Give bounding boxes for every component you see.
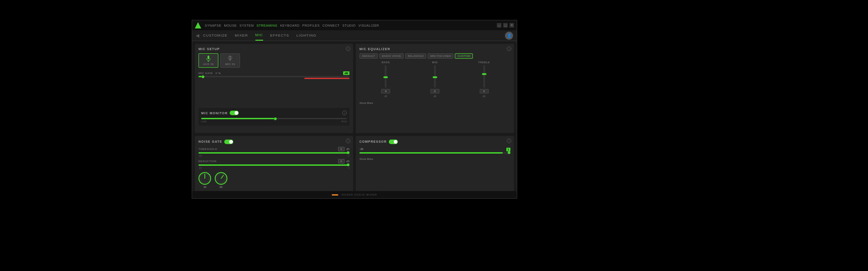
threshold-slider-container xyxy=(198,152,349,154)
compressor-info-icon[interactable]: i xyxy=(507,139,511,143)
mic-gain-label-row: MIC GAIN 0 % dB xyxy=(198,71,349,75)
compressor-show-more[interactable]: Show More xyxy=(359,158,373,160)
compressor-slider-row: -38 1 xyxy=(359,148,510,154)
nav-studio[interactable]: STUDIO xyxy=(342,24,355,27)
noise-gate-info-icon[interactable]: i xyxy=(346,139,350,143)
dial-1-container: 10 xyxy=(198,172,211,188)
preset-mid-focused[interactable]: MID FOCUSED xyxy=(428,53,453,59)
nav-keyboard[interactable]: KEYBOARD xyxy=(280,24,300,27)
tab-lighting[interactable]: LIGHTING xyxy=(297,30,316,41)
mic-setup-info-icon[interactable]: i xyxy=(346,47,350,51)
mic-in-button[interactable]: MIC IN xyxy=(220,53,240,68)
mic-gain-label: MIC GAIN 0 % xyxy=(198,72,221,75)
mic-monitor-info-icon[interactable]: i xyxy=(342,111,347,115)
main-content: MIC SETUP i AUX IN xyxy=(192,41,517,198)
preset-default[interactable]: DEFAULT xyxy=(359,53,378,59)
eq-bass-label: BASS xyxy=(382,61,390,64)
reduction-label: REDUCTION xyxy=(198,160,219,163)
reduction-track xyxy=(198,164,349,166)
svg-rect-3 xyxy=(230,56,231,61)
nav-streaming[interactable]: STREAMING xyxy=(257,24,278,27)
threshold-value-box[interactable]: 0 xyxy=(338,147,344,151)
mic-monitor-thumb[interactable] xyxy=(274,117,277,120)
mic-monitor-toggle-row: MIC MONITOR xyxy=(201,111,347,115)
nav-system[interactable]: SYSTEM xyxy=(240,24,254,27)
threshold-unit: dB xyxy=(346,148,349,150)
dial-2[interactable] xyxy=(215,172,227,185)
mic-gain-value: 0 xyxy=(216,72,217,75)
minimize-button[interactable]: – xyxy=(497,23,501,28)
compressor-thumb[interactable] xyxy=(508,151,510,154)
footer-dot xyxy=(332,194,338,196)
back-button[interactable]: ◀ xyxy=(196,33,199,38)
eq-mid-channel: MID 0 dB xyxy=(413,61,457,98)
mic-monitor-track xyxy=(201,118,347,119)
tab-effects[interactable]: EFFECTS xyxy=(270,30,289,41)
nav-connect[interactable]: CONNECT xyxy=(322,24,340,27)
reduction-value-row: 0 dB xyxy=(338,159,349,164)
eq-mid-thumb[interactable] xyxy=(433,76,437,78)
nav-mouse[interactable]: MOUSE xyxy=(224,24,237,27)
input-svg-icon xyxy=(228,56,232,62)
mic-monitor-fill xyxy=(201,118,274,119)
mic-setup-title: MIC SETUP xyxy=(198,47,349,51)
mic-gain-row: MIC GAIN 0 % dB xyxy=(198,71,349,77)
mic-monitor-high: HIGH xyxy=(341,120,347,123)
preset-balanced[interactable]: BALANCED xyxy=(405,53,426,59)
threshold-thumb[interactable] xyxy=(347,151,349,154)
tab-mic[interactable]: MIC xyxy=(255,30,263,41)
noise-gate-panel: i NOISE GATE THRESHOLD 0 dB xyxy=(195,136,353,196)
aux-in-button[interactable]: AUX IN xyxy=(198,53,218,68)
threshold-track xyxy=(198,152,349,154)
compressor-panel: i COMPRESSOR -38 1 Show More xyxy=(356,136,514,196)
dial-1[interactable] xyxy=(198,172,211,185)
close-button[interactable]: ✕ xyxy=(509,23,514,28)
threshold-label-row: THRESHOLD 0 dB xyxy=(198,147,349,151)
nav-visualizer[interactable]: VISUALIZER xyxy=(359,24,379,27)
tab-customize[interactable]: CUSTOMIZE xyxy=(203,30,227,41)
eq-bass-channel: BASS 0 dB xyxy=(364,61,408,98)
eq-mid-label: MID xyxy=(432,61,438,64)
reduction-value-box[interactable]: 0 xyxy=(338,159,344,164)
eq-bass-thumb[interactable] xyxy=(383,76,388,78)
eq-treble-thumb[interactable] xyxy=(482,73,486,75)
mic-equalizer-panel: MIC EQUALIZER i DEFAULT RADIO VOICE BALA… xyxy=(356,44,514,133)
eq-treble-unit: dB xyxy=(483,95,486,98)
mic-gain-thumb[interactable] xyxy=(202,75,204,78)
dials-row: 10 62 xyxy=(198,172,349,188)
avatar[interactable]: 👤 xyxy=(505,32,513,40)
maximize-button[interactable]: □ xyxy=(503,23,508,28)
eq-mid-track xyxy=(434,65,436,88)
nav-synapse[interactable]: SYNAPSE xyxy=(205,24,222,27)
dial-2-value: 62 xyxy=(220,186,223,188)
mic-svg-icon xyxy=(206,56,211,62)
nav-profiles[interactable]: PROFILES xyxy=(302,24,320,27)
svg-rect-0 xyxy=(208,56,209,59)
preset-radio-voice[interactable]: RADIO VOICE xyxy=(379,53,404,59)
mic-eq-info-icon[interactable]: i xyxy=(507,47,511,51)
razer-logo-icon xyxy=(195,22,201,28)
eq-sliders: BASS 0 dB MID 0 dB xyxy=(359,61,510,98)
threshold-min: -60 xyxy=(198,154,202,157)
reduction-thumb[interactable] xyxy=(347,164,349,166)
compressor-value-row: -38 1 xyxy=(359,148,510,151)
dial-1-svg xyxy=(199,172,210,185)
eq-show-more[interactable]: Show More xyxy=(359,102,373,104)
reduction-min: -60 xyxy=(198,167,202,169)
preset-custom[interactable]: CUSTOM xyxy=(455,53,473,59)
app-window: SYNAPSE MOUSE SYSTEM STREAMING KEYBOARD … xyxy=(192,20,517,199)
tab-mixer[interactable]: MIXER xyxy=(235,30,248,41)
eq-treble-value: 0 xyxy=(480,89,489,93)
threshold-end-labels: -60 0 xyxy=(198,154,349,157)
mic-monitor-title: MIC MONITOR xyxy=(201,112,228,115)
title-bar-nav: SYNAPSE MOUSE SYSTEM STREAMING KEYBOARD … xyxy=(205,24,379,27)
danger-zone xyxy=(304,78,349,79)
mic-monitor-toggle[interactable] xyxy=(230,111,239,115)
threshold-value-row: 0 dB xyxy=(338,147,349,151)
noise-gate-toggle[interactable] xyxy=(224,140,233,144)
reduction-max: 0 xyxy=(348,167,349,169)
compressor-fill xyxy=(359,152,503,154)
mic-monitor-end-labels: LOW HIGH xyxy=(201,120,347,123)
compressor-toggle[interactable] xyxy=(389,140,398,144)
mic-gain-badge: dB xyxy=(343,71,349,75)
